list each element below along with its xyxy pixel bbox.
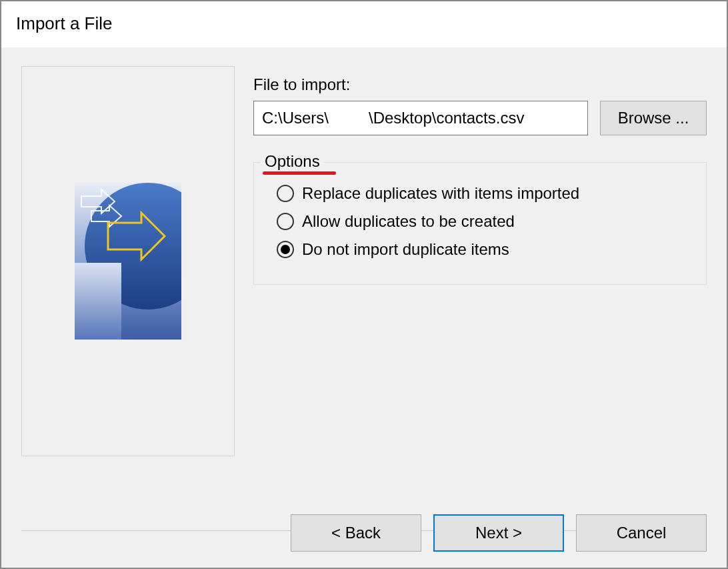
browse-button[interactable]: Browse ...: [600, 101, 707, 135]
option-replace-duplicates[interactable]: Replace duplicates with items imported: [277, 184, 693, 203]
radio-icon: [277, 185, 294, 202]
radio-label: Replace duplicates with items imported: [302, 184, 579, 203]
option-allow-duplicates[interactable]: Allow duplicates to be created: [277, 212, 693, 231]
wizard-buttons: < Back Next > Cancel: [291, 514, 707, 552]
radio-icon: [277, 213, 294, 230]
file-path-input[interactable]: [253, 101, 588, 135]
dialog-content: File to import: Browse ... Options Repla…: [1, 47, 727, 568]
radio-label: Do not import duplicate items: [302, 240, 509, 259]
import-arrows-icon: [75, 183, 181, 340]
dialog-title: Import a File: [1, 1, 727, 47]
file-to-import-label: File to import:: [253, 75, 707, 94]
next-button[interactable]: Next >: [433, 514, 564, 552]
options-group: Options Replace duplicates with items im…: [253, 162, 707, 285]
annotation-underline: [263, 171, 336, 175]
option-do-not-import-duplicates[interactable]: Do not import duplicate items: [277, 240, 693, 259]
form-panel: File to import: Browse ... Options Repla…: [253, 66, 707, 456]
options-legend: Options: [265, 152, 320, 171]
svg-rect-2: [75, 263, 121, 340]
radio-icon: [277, 241, 294, 258]
cancel-button[interactable]: Cancel: [576, 514, 707, 552]
wizard-graphic-panel: [21, 66, 235, 456]
radio-label: Allow duplicates to be created: [302, 212, 515, 231]
back-button[interactable]: < Back: [291, 514, 421, 552]
import-file-dialog: Import a File: [0, 0, 728, 569]
